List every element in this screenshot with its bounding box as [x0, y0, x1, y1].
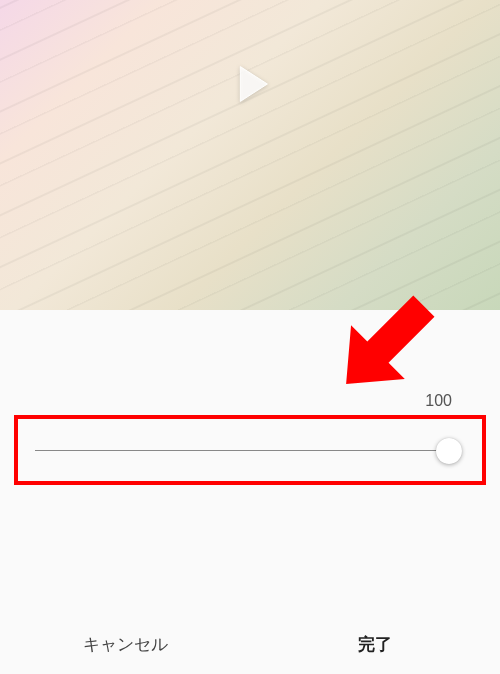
play-button[interactable] [221, 55, 279, 113]
slider-value-label: 100 [425, 392, 452, 410]
play-icon [221, 55, 279, 113]
action-bar: キャンセル 完了 [0, 614, 500, 674]
slider-track[interactable] [35, 450, 450, 451]
video-preview [0, 0, 500, 310]
preview-background [0, 0, 500, 310]
cancel-button[interactable]: キャンセル [0, 614, 250, 674]
slider-thumb[interactable] [436, 438, 462, 464]
done-button[interactable]: 完了 [250, 614, 500, 674]
controls-panel: 100 キャンセル 完了 [0, 310, 500, 674]
